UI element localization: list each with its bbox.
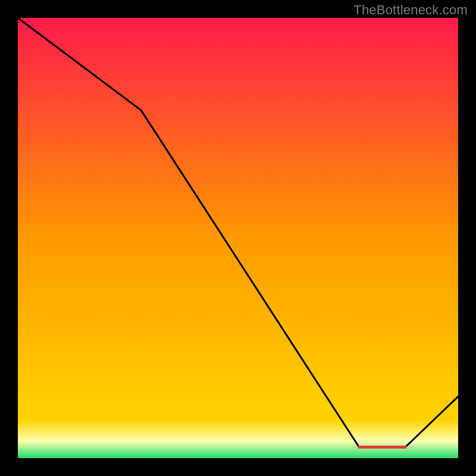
chart-svg [18, 18, 458, 458]
gradient-body-upper [18, 18, 458, 420]
chart-plot [18, 18, 458, 458]
watermark-text: TheBottleneck.com [353, 2, 468, 18]
gradient-body-lower [18, 420, 458, 458]
chart-frame: TheBottleneck.com [0, 0, 476, 476]
